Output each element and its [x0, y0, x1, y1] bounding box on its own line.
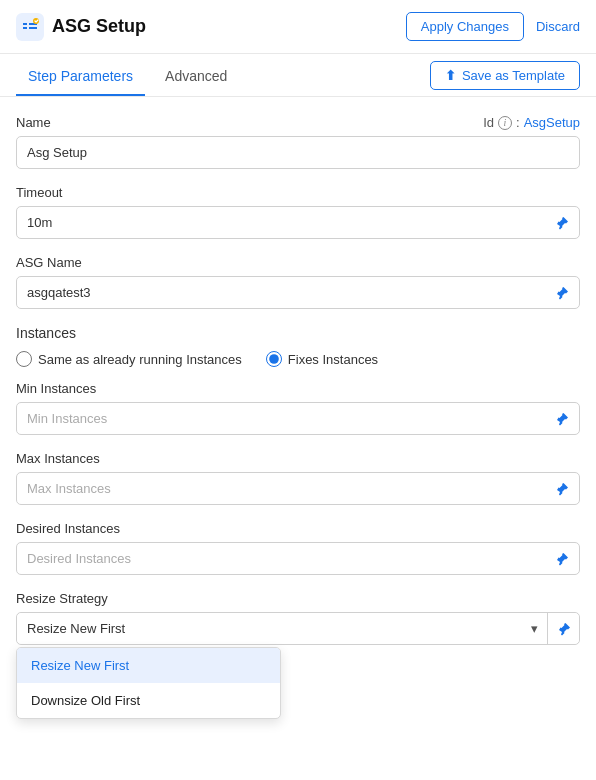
resize-strategy-pin-button[interactable]	[547, 613, 579, 644]
timeout-input-wrapper	[16, 206, 580, 239]
max-instances-input[interactable]	[16, 472, 580, 505]
max-instances-group: Max Instances	[16, 451, 580, 505]
instances-section-title: Instances	[16, 325, 580, 341]
asg-name-pin-button[interactable]	[552, 283, 572, 303]
resize-strategy-group: Resize Strategy ▾ Resize New First	[16, 591, 580, 645]
template-icon: ⬆	[445, 68, 456, 83]
radio-fixed-input[interactable]	[266, 351, 282, 367]
name-input-wrapper	[16, 136, 580, 169]
tabs-bar: Step Parameters Advanced ⬆ Save as Templ…	[0, 54, 596, 97]
resize-strategy-chevron-button[interactable]: ▾	[519, 613, 549, 644]
min-instances-pin-button[interactable]	[552, 409, 572, 429]
resize-strategy-input[interactable]	[17, 613, 579, 644]
radio-same-text: Same as already running Instances	[38, 352, 242, 367]
id-value: AsgSetup	[524, 115, 580, 130]
timeout-pin-button[interactable]	[552, 213, 572, 233]
tab-advanced[interactable]: Advanced	[153, 54, 239, 96]
timeout-input[interactable]	[16, 206, 580, 239]
asg-icon	[16, 13, 44, 41]
chevron-down-icon: ▾	[531, 621, 538, 636]
resize-strategy-dropdown: Resize New First Downsize Old First	[16, 647, 281, 719]
desired-instances-input[interactable]	[16, 542, 580, 575]
min-instances-group: Min Instances	[16, 381, 580, 435]
min-instances-input[interactable]	[16, 402, 580, 435]
discard-button[interactable]: Discard	[536, 19, 580, 34]
radio-same-label[interactable]: Same as already running Instances	[16, 351, 242, 367]
page-title: ASG Setup	[52, 16, 146, 37]
pin-icon	[554, 551, 570, 567]
desired-instances-group: Desired Instances	[16, 521, 580, 575]
tab-step-parameters[interactable]: Step Parameters	[16, 54, 145, 96]
min-instances-input-wrapper	[16, 402, 580, 435]
desired-instances-label: Desired Instances	[16, 521, 580, 536]
page-header: ASG Setup Apply Changes Discard	[0, 0, 596, 54]
header-actions: Apply Changes Discard	[406, 12, 580, 41]
dropdown-item-downsize-old-first[interactable]: Downsize Old First	[17, 683, 280, 718]
name-group: Name Id i : AsgSetup	[16, 115, 580, 169]
name-input[interactable]	[16, 136, 580, 169]
id-separator: :	[516, 115, 520, 130]
info-icon[interactable]: i	[498, 116, 512, 130]
pin-icon	[556, 621, 572, 637]
min-instances-label: Min Instances	[16, 381, 580, 396]
resize-strategy-select-wrapper: ▾ Resize New First Downsize Old First	[16, 612, 580, 645]
max-instances-input-wrapper	[16, 472, 580, 505]
tabs-left: Step Parameters Advanced	[16, 54, 247, 96]
max-instances-pin-button[interactable]	[552, 479, 572, 499]
instances-radio-group: Same as already running Instances Fixes …	[16, 351, 580, 367]
timeout-label: Timeout	[16, 185, 580, 200]
max-instances-label: Max Instances	[16, 451, 580, 466]
timeout-group: Timeout	[16, 185, 580, 239]
apply-changes-button[interactable]: Apply Changes	[406, 12, 524, 41]
pin-icon	[554, 411, 570, 427]
id-label: Id	[483, 115, 494, 130]
asg-name-label: ASG Name	[16, 255, 580, 270]
name-row: Name Id i : AsgSetup	[16, 115, 580, 130]
header-left: ASG Setup	[16, 13, 146, 41]
radio-same-input[interactable]	[16, 351, 32, 367]
desired-instances-input-wrapper	[16, 542, 580, 575]
pin-icon	[554, 215, 570, 231]
pin-icon	[554, 285, 570, 301]
resize-strategy-control: ▾	[16, 612, 580, 645]
save-as-template-button[interactable]: ⬆ Save as Template	[430, 61, 580, 90]
instances-section: Instances Same as already running Instan…	[16, 325, 580, 575]
desired-instances-pin-button[interactable]	[552, 549, 572, 569]
asg-name-group: ASG Name	[16, 255, 580, 309]
resize-strategy-label: Resize Strategy	[16, 591, 580, 606]
radio-fixed-label[interactable]: Fixes Instances	[266, 351, 378, 367]
asg-name-input[interactable]	[16, 276, 580, 309]
svg-point-1	[33, 18, 39, 24]
asg-name-input-wrapper	[16, 276, 580, 309]
name-label: Name	[16, 115, 51, 130]
dropdown-item-resize-new-first[interactable]: Resize New First	[17, 648, 280, 683]
form-content: Name Id i : AsgSetup Timeout ASG Name	[0, 97, 596, 679]
radio-fixed-text: Fixes Instances	[288, 352, 378, 367]
id-info: Id i : AsgSetup	[483, 115, 580, 130]
pin-icon	[554, 481, 570, 497]
